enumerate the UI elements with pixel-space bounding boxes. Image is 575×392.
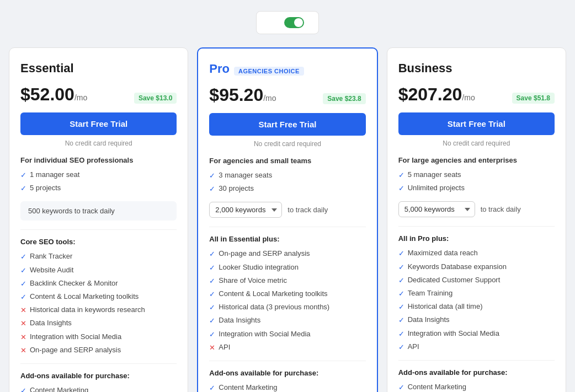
addon-list-essential: ✓Content Marketing✓Local Marketing✕Agenc… — [20, 385, 177, 392]
list-item: ✓Content Marketing — [209, 383, 365, 392]
addon-title-pro: Add-ons available for purchase: — [209, 369, 365, 377]
annual-toggle[interactable] — [284, 17, 304, 28]
target-line-business: For large agencies and enterprises — [398, 156, 555, 164]
price-row-business: $207.20/moSave $51.8 — [398, 84, 555, 105]
addon-title-essential: Add-ons available for purchase: — [20, 372, 177, 380]
cross-icon: ✕ — [20, 319, 26, 329]
check-icon: ✓ — [398, 383, 404, 392]
no-cc-pro: No credit card required — [209, 140, 365, 148]
list-item: ✕Integration with Social Media — [20, 332, 177, 342]
core-list-pro: ✓On-page and SERP analysis✓Looker Studio… — [209, 249, 365, 353]
seats-list-business: ✓5 manager seats✓Unlimited projects — [398, 170, 555, 194]
plan-name-essential: Essential — [20, 61, 74, 76]
check-icon: ✓ — [398, 315, 404, 325]
check-icon: ✓ — [209, 249, 215, 259]
list-item: ✓Data Insights — [209, 315, 365, 326]
seats-item-pro: ✓3 manager seats — [209, 170, 365, 181]
core-list-business: ✓Maximized data reach✓Keywords Database … — [398, 248, 555, 352]
list-item: ✓Website Audit — [20, 265, 177, 276]
track-daily-business: to track daily — [481, 205, 521, 213]
cta-button-pro[interactable]: Start Free Trial — [209, 113, 365, 136]
check-icon: ✓ — [209, 171, 215, 181]
list-item: ✕API — [209, 342, 365, 353]
check-icon: ✓ — [398, 262, 404, 272]
addon-section-essential: Add-ons available for purchase:✓Content … — [20, 372, 177, 392]
list-item: ✕On-page and SERP analysis — [20, 345, 177, 356]
plan-name-row-pro: ProAGENCIES CHOICE — [209, 62, 365, 80]
target-line-essential: For individual SEO professionals — [20, 156, 177, 164]
no-cc-business: No credit card required — [398, 139, 555, 147]
cross-icon: ✕ — [20, 305, 26, 315]
save-badge-business: Save $51.8 — [512, 93, 555, 104]
check-icon: ✓ — [209, 383, 215, 392]
cta-button-essential[interactable]: Start Free Trial — [20, 112, 177, 135]
price-business: $207.20 — [398, 84, 462, 104]
check-icon: ✓ — [20, 170, 26, 180]
price-mo-business: /mo — [462, 93, 475, 102]
list-item: ✓Integration with Social Media — [398, 329, 555, 339]
price-row-essential: $52.00/moSave $13.0 — [20, 84, 177, 105]
price-pro: $95.20 — [209, 85, 263, 105]
list-item: ✓Historical data (all time) — [398, 302, 555, 312]
keyword-box-essential: 500 keywords to track daily — [20, 201, 177, 221]
annual-toggle-wrap[interactable] — [284, 17, 307, 28]
list-item: ✓Content Marketing — [20, 385, 177, 392]
projects-item-pro: ✓30 projects — [209, 184, 365, 194]
keyword-row-business: 5,000 keywords7,000 keywords10,000 keywo… — [398, 201, 555, 217]
top-banner — [256, 11, 319, 34]
check-icon: ✓ — [398, 184, 404, 194]
list-item: ✕Historical data in keywords research — [20, 305, 177, 315]
list-item: ✓Content & Local Marketing toolkits — [20, 292, 177, 302]
seats-item-business: ✓5 manager seats — [398, 170, 555, 180]
addon-title-business: Add-ons available for purchase: — [398, 368, 555, 377]
price-essential: $52.00 — [20, 84, 74, 104]
list-item: ✓Data Insights — [398, 315, 555, 325]
check-icon: ✓ — [209, 289, 215, 299]
plan-card-essential: Essential$52.00/moSave $13.0Start Free T… — [9, 47, 188, 392]
addon-list-business: ✓Content Marketing✓Local Marketing✓Agenc… — [398, 382, 555, 392]
projects-item-business: ✓Unlimited projects — [398, 183, 555, 194]
no-cc-essential: No credit card required — [20, 139, 177, 147]
check-icon: ✓ — [209, 263, 215, 273]
cta-button-business[interactable]: Start Free Trial — [398, 112, 555, 135]
projects-item-essential: ✓5 projects — [20, 183, 177, 194]
list-item: ✓Content Marketing — [398, 382, 555, 392]
keyword-select-pro[interactable]: 2,000 keywords3,000 keywords5,000 keywor… — [209, 202, 282, 218]
list-item: ✓API — [398, 342, 555, 352]
price-mo-pro: /mo — [263, 94, 276, 103]
plan-name-row-business: Business — [398, 61, 555, 80]
agencies-badge: AGENCIES CHOICE — [234, 67, 304, 76]
check-icon: ✓ — [398, 249, 404, 259]
check-icon: ✓ — [398, 170, 404, 180]
check-icon: ✓ — [209, 276, 215, 286]
list-item: ✕Data Insights — [20, 318, 177, 329]
core-title-pro: All in Essential plus: — [209, 235, 365, 243]
plan-name-pro: Pro — [209, 62, 230, 76]
plan-name-row-essential: Essential — [20, 61, 177, 80]
check-icon: ✓ — [398, 289, 404, 299]
check-icon: ✓ — [20, 266, 26, 276]
seats-list-essential: ✓1 manager seat✓5 projects — [20, 170, 177, 194]
check-icon: ✓ — [209, 316, 215, 326]
seats-list-pro: ✓3 manager seats✓30 projects — [209, 170, 365, 194]
core-title-business: All in Pro plus: — [398, 234, 555, 243]
track-daily-pro: to track daily — [288, 206, 328, 214]
seats-item-essential: ✓1 manager seat — [20, 170, 177, 180]
check-icon: ✓ — [398, 342, 404, 352]
check-icon: ✓ — [398, 302, 404, 312]
addon-section-pro: Add-ons available for purchase:✓Content … — [209, 369, 365, 392]
keyword-select-business[interactable]: 5,000 keywords7,000 keywords10,000 keywo… — [398, 201, 475, 217]
core-list-essential: ✓Rank Tracker✓Website Audit✓Backlink Che… — [20, 251, 177, 356]
list-item: ✓Rank Tracker — [20, 251, 177, 262]
plan-card-business: Business$207.20/moSave $51.8Start Free T… — [387, 47, 566, 392]
save-badge-pro: Save $23.8 — [323, 93, 365, 104]
list-item: ✓Keywords Database expansion — [398, 262, 555, 272]
check-icon: ✓ — [209, 330, 215, 340]
check-icon: ✓ — [20, 252, 26, 262]
list-item: ✓Content & Local Marketing toolkits — [209, 289, 365, 299]
check-icon: ✓ — [398, 276, 404, 286]
check-icon: ✓ — [20, 386, 26, 392]
cross-icon: ✕ — [209, 343, 215, 353]
check-icon: ✓ — [20, 184, 26, 194]
plan-card-pro: ProAGENCIES CHOICE$95.20/moSave $23.8Sta… — [197, 47, 377, 392]
